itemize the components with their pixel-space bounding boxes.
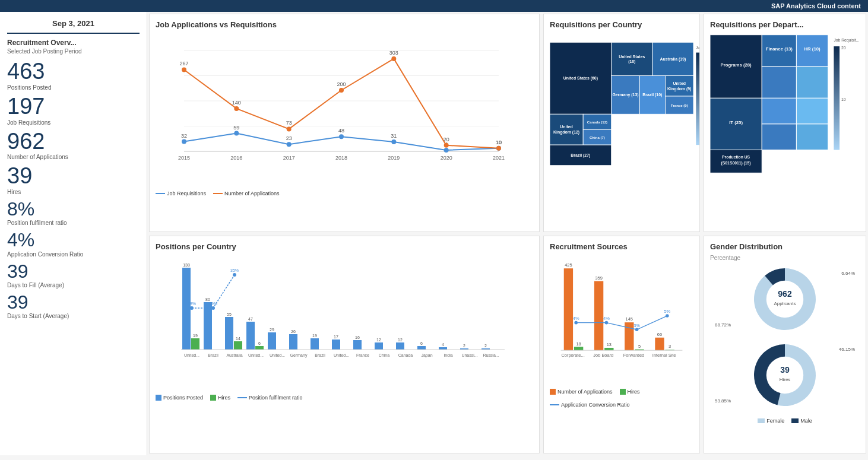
sources-chart: 42518Corporate...35913Job Board1455Forwa… xyxy=(550,255,693,385)
svg-text:73: 73 xyxy=(286,120,292,126)
svg-text:14: 14 xyxy=(236,337,240,341)
svg-rect-157 xyxy=(604,347,613,350)
svg-text:267: 267 xyxy=(179,61,188,66)
svg-rect-80 xyxy=(796,66,828,98)
svg-text:16: 16 xyxy=(355,335,360,340)
ratio-icon xyxy=(237,397,247,398)
svg-text:10: 10 xyxy=(496,139,502,145)
svg-point-177 xyxy=(666,314,669,318)
svg-text:18: 18 xyxy=(576,341,581,346)
legend-hires: Hires xyxy=(210,395,230,401)
left-panel: Sep 3, 2021 Recruitment Overv... Selecte… xyxy=(0,12,147,455)
svg-text:United...: United... xyxy=(248,353,264,357)
svg-text:China: China xyxy=(379,353,389,357)
svg-text:Unassi...: Unassi... xyxy=(461,353,477,357)
svg-text:Australia (19): Australia (19) xyxy=(660,57,686,62)
svg-text:Internal Site: Internal Site xyxy=(652,353,676,358)
bar-chart: 13819United...80Brazil5514Australia476Un… xyxy=(156,255,533,391)
legend-num-apps: Number of Applications xyxy=(550,389,613,395)
svg-text:Kingdom (9): Kingdom (9) xyxy=(667,87,691,91)
svg-text:Brazil: Brazil xyxy=(315,353,325,357)
svg-text:10: 10 xyxy=(841,97,846,101)
line-chart: 2015201620172018201920202021325923483141… xyxy=(156,33,533,187)
svg-text:United: United xyxy=(560,125,572,129)
svg-text:2020: 2020 xyxy=(441,155,452,161)
svg-point-37 xyxy=(444,143,449,148)
legend-app-label: Number of Applications xyxy=(224,191,280,196)
svg-rect-82 xyxy=(796,98,828,124)
svg-rect-102 xyxy=(234,341,242,350)
svg-rect-134 xyxy=(439,347,447,350)
svg-rect-110 xyxy=(268,332,276,350)
job-app-vs-req-title: Job Applications vs Requisitions xyxy=(156,20,533,29)
svg-text:Programs (28): Programs (28) xyxy=(721,62,752,68)
svg-text:80: 80 xyxy=(205,297,210,302)
svg-point-15 xyxy=(234,131,239,136)
svg-text:303: 303 xyxy=(389,50,398,56)
svg-text:United States (60): United States (60) xyxy=(563,76,598,81)
svg-text:2021: 2021 xyxy=(493,155,505,161)
svg-text:Hires: Hires xyxy=(780,377,791,382)
svg-rect-52 xyxy=(665,75,693,96)
svg-text:Job Requisit...: Job Requisit... xyxy=(696,46,700,49)
kpi-value-2: 962 xyxy=(7,129,140,154)
svg-rect-131 xyxy=(417,346,426,350)
top-bar-title: SAP Analytics Cloud content xyxy=(771,2,861,9)
svg-text:Job Board: Job Board xyxy=(593,353,613,358)
svg-text:2018: 2018 xyxy=(335,155,347,161)
svg-text:39: 39 xyxy=(780,365,790,375)
svg-text:2015: 2015 xyxy=(178,155,190,161)
svg-text:United: United xyxy=(673,81,685,85)
svg-text:5: 5 xyxy=(638,343,641,348)
svg-rect-66 xyxy=(696,53,700,145)
svg-rect-125 xyxy=(375,342,383,350)
svg-point-19 xyxy=(339,134,344,139)
kpi-label-0: Positions Posted xyxy=(7,84,140,91)
svg-text:Japan: Japan xyxy=(421,353,432,358)
svg-text:United...: United... xyxy=(334,353,349,357)
svg-text:35%: 35% xyxy=(230,268,239,272)
svg-rect-152 xyxy=(574,347,583,350)
svg-point-171 xyxy=(574,321,578,324)
svg-text:6: 6 xyxy=(258,341,261,345)
svg-text:23: 23 xyxy=(286,135,292,141)
legend-hires-label: Hires xyxy=(218,395,230,401)
svg-rect-155 xyxy=(594,281,603,350)
svg-text:39%: 39% xyxy=(209,302,217,306)
svg-text:138: 138 xyxy=(183,263,190,267)
svg-text:Canada: Canada xyxy=(398,353,413,357)
req-per-country-title: Requisitions per Country xyxy=(550,20,693,29)
svg-point-17 xyxy=(287,142,292,147)
gender-dist-subtitle: Percentage xyxy=(710,255,860,261)
svg-point-33 xyxy=(339,88,344,93)
kpi-value-7: 39 xyxy=(7,292,140,313)
svg-rect-105 xyxy=(246,322,255,350)
svg-text:Germany (13): Germany (13) xyxy=(612,93,638,97)
svg-text:Corporate...: Corporate... xyxy=(561,353,584,358)
gender-charts: 962Applicants 6.64% 88.72% 39Hires 46.15… xyxy=(710,264,860,424)
svg-rect-100 xyxy=(225,317,233,350)
svg-text:66: 66 xyxy=(657,331,662,337)
src-hires-icon xyxy=(620,389,626,395)
svg-text:3%: 3% xyxy=(633,322,640,328)
svg-text:United...: United... xyxy=(184,353,199,357)
svg-text:4%: 4% xyxy=(603,316,610,321)
female-legend: Female xyxy=(758,418,784,424)
svg-text:359: 359 xyxy=(595,275,602,280)
treemap-chart: United States (60)United States(16)Austr… xyxy=(550,33,693,175)
svg-text:19: 19 xyxy=(193,334,198,338)
svg-rect-57 xyxy=(550,114,583,145)
legend-pos-label: Positions Posted xyxy=(163,395,203,401)
rec-sources-title: Recruitment Sources xyxy=(550,242,693,251)
section-title: Recruitment Overv... xyxy=(7,39,140,47)
date-section: Sep 3, 2021 xyxy=(7,19,140,34)
req-per-dept-panel: Requisitions per Depart... Programs (28)… xyxy=(704,14,866,232)
svg-point-175 xyxy=(635,328,639,331)
legend-src-hires-label: Hires xyxy=(628,389,640,395)
svg-text:Canada (12): Canada (12) xyxy=(587,120,607,124)
svg-point-173 xyxy=(605,321,609,324)
kpi-label-3: Hires xyxy=(7,189,140,195)
legend-pos-ratio: Position fulfilment ratio xyxy=(237,395,303,401)
svg-text:Brazil (27): Brazil (27) xyxy=(571,153,590,158)
svg-rect-86 xyxy=(762,124,796,150)
